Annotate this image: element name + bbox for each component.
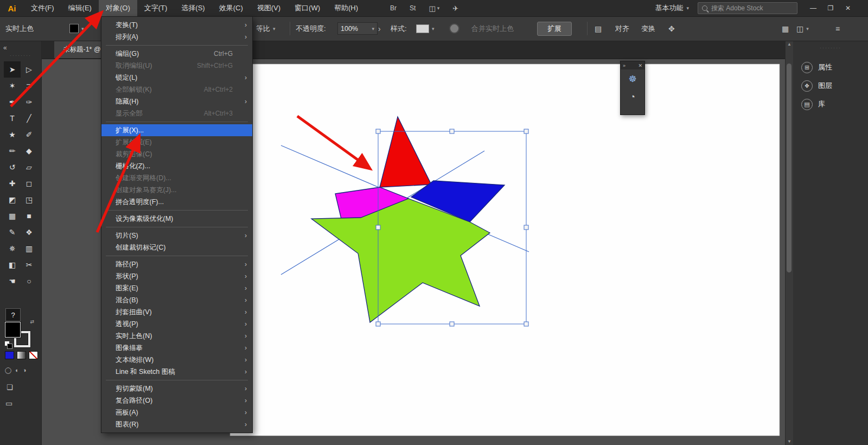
expand-panel-icon[interactable]: » <box>623 63 626 68</box>
screen-mode-icon[interactable]: ❏ <box>7 383 13 391</box>
menubar-item[interactable]: 选择(S) <box>174 0 212 16</box>
menubar-item[interactable]: 视图(V) <box>250 0 288 16</box>
object-menu-item[interactable]: 图表(R)› <box>101 418 252 430</box>
menubar-item[interactable]: 对象(O) <box>99 0 137 16</box>
none-swatch-button[interactable] <box>29 352 37 359</box>
selection-handle[interactable] <box>376 225 380 230</box>
object-menu-item[interactable]: 切片(S)› <box>101 230 252 241</box>
libraries-panel[interactable]: ▤库 <box>793 95 868 113</box>
object-menu-item[interactable]: 路径(P)› <box>101 258 252 270</box>
arrange-documents-button[interactable]: ◫ ▾ <box>429 4 439 12</box>
draw-behind-mode[interactable]: ◐ <box>15 367 19 374</box>
object-menu-item[interactable]: 变换(T)› <box>101 19 252 31</box>
live-paint-bucket-button[interactable]: ☸ <box>621 69 644 88</box>
swap-fill-stroke-icon[interactable]: ⇄ <box>30 319 34 325</box>
shape-builder-tool[interactable]: ◩ <box>4 192 21 208</box>
close-icon[interactable]: ✕ <box>638 63 642 68</box>
panel-dock-dropdown[interactable]: ◫ ▾ <box>796 16 809 41</box>
selection-handle[interactable] <box>376 129 380 134</box>
width-tool[interactable]: ✚ <box>4 175 21 192</box>
close-button[interactable]: ✕ <box>841 0 855 16</box>
zoom-tool[interactable]: ○ <box>21 273 37 289</box>
screen-mode-wide-icon[interactable]: ▭ <box>5 399 12 408</box>
selection-handle[interactable] <box>376 322 380 326</box>
object-menu-item[interactable]: 实时上色(N)› <box>101 330 252 342</box>
menubar-item[interactable]: 效果(C) <box>212 0 250 16</box>
expand-button[interactable]: 扩展 <box>537 16 572 41</box>
bridge-icon[interactable]: Br <box>390 4 397 12</box>
rotate-tool[interactable]: ↺ <box>4 159 21 175</box>
line-segment-tool[interactable]: ╱ <box>21 110 37 126</box>
object-menu-item[interactable]: 图案(E)› <box>101 282 252 294</box>
object-menu-item[interactable]: 编组(G)Ctrl+G <box>101 48 252 60</box>
eyedropper-tool[interactable]: ✎ <box>4 224 21 240</box>
slice-tool[interactable]: ✂ <box>21 257 37 273</box>
object-menu-item[interactable]: 栅格化(Z)... <box>101 160 252 172</box>
menubar-item[interactable]: 编辑(E) <box>61 0 99 16</box>
proportion-dropdown[interactable]: 等比 ▾ <box>256 16 276 41</box>
pen-tool[interactable]: ✒ <box>4 94 21 110</box>
symbol-sprayer-tool[interactable]: ✵ <box>4 240 21 257</box>
scale-tool[interactable]: ▱ <box>21 159 37 175</box>
selection-handle[interactable] <box>524 322 528 326</box>
fill-swatch[interactable] <box>5 322 20 337</box>
fill-color-dropdown[interactable]: ▾ <box>69 16 84 41</box>
blend-tool[interactable]: ❖ <box>21 224 37 240</box>
object-menu-item[interactable]: 隐藏(H)› <box>101 96 252 107</box>
transform-panel-button[interactable]: 变换 <box>641 16 655 41</box>
direct-selection-tool[interactable]: ▷ <box>21 61 37 78</box>
curvature-tool[interactable]: ✑ <box>21 94 37 110</box>
app-logo[interactable]: Ai <box>0 4 24 13</box>
pencil-tool[interactable]: ✏ <box>4 143 21 159</box>
selection-handle[interactable] <box>524 129 528 134</box>
vertical-scrollbar[interactable]: ▲ ▼ <box>785 41 793 445</box>
type-tool[interactable]: T <box>4 110 21 126</box>
menubar-item[interactable]: 文件(F) <box>24 0 61 16</box>
style-dropdown[interactable]: ▾ <box>416 16 435 41</box>
align-panel-button[interactable]: 对齐 <box>615 16 629 41</box>
object-menu-item[interactable]: 混合(B)› <box>101 294 252 306</box>
recolor-artwork-button[interactable] <box>449 16 459 41</box>
object-menu-item[interactable]: 封套扭曲(V)› <box>101 306 252 318</box>
free-transform-tool[interactable]: ◻ <box>21 175 37 192</box>
panel-grip[interactable]: ········ <box>0 53 41 58</box>
object-menu-item[interactable]: Line 和 Sketch 图稿› <box>101 366 252 378</box>
menubar-item[interactable]: 帮助(H) <box>327 0 365 16</box>
magic-wand-tool[interactable]: ✶ <box>4 78 21 94</box>
workspace-grid-icon[interactable]: ▦ <box>782 16 789 41</box>
shape-mode-button[interactable]: ◔ <box>621 88 644 106</box>
draw-normal-mode[interactable]: ◯ <box>5 367 11 374</box>
menubar-item[interactable]: 文字(T) <box>137 0 175 16</box>
default-stroke-swatch[interactable] <box>7 344 12 349</box>
object-menu-item[interactable]: 拼合透明度(F)... <box>101 196 252 208</box>
restore-button[interactable]: ❐ <box>824 0 838 16</box>
artboard-tool[interactable]: ◧ <box>4 257 21 273</box>
panel-grip[interactable]: ········ <box>793 41 868 50</box>
selection-tool[interactable]: ➤ <box>4 61 21 78</box>
draw-inside-mode[interactable]: ◑ <box>23 367 27 374</box>
stock-search-input[interactable]: 搜索 Adobe Stock <box>698 2 797 14</box>
gradient-tool[interactable]: ■ <box>21 208 37 224</box>
menubar-item[interactable]: 窗口(W) <box>288 0 327 16</box>
opacity-panel-arrow[interactable]: › <box>378 16 381 41</box>
scroll-up-icon[interactable]: ▲ <box>786 42 793 47</box>
properties-panel[interactable]: ⊞属性 <box>793 58 868 77</box>
artboard[interactable] <box>230 64 780 436</box>
object-menu-item[interactable]: 透视(P)› <box>101 318 252 330</box>
object-menu-item[interactable]: 锁定(L)› <box>101 72 252 84</box>
object-menu-item[interactable]: 扩展(X)... <box>101 124 252 136</box>
workspace-switcher[interactable]: 基本功能 ▾ <box>655 3 689 13</box>
opacity-input[interactable]: 100% ▾ <box>337 16 378 41</box>
object-menu-item[interactable]: 复合路径(O)› <box>101 395 252 406</box>
object-menu-item[interactable]: 图像描摹› <box>101 342 252 354</box>
stock-icon[interactable]: St <box>410 4 416 12</box>
hand-tool[interactable]: ☚ <box>4 273 21 289</box>
object-menu-item[interactable]: 文本绕排(W)› <box>101 354 252 366</box>
object-menu-item[interactable]: 画板(A)› <box>101 406 252 418</box>
panel-toggle-icon[interactable]: ▤ <box>595 16 602 41</box>
object-menu-item[interactable]: 排列(A)› <box>101 31 252 43</box>
object-menu-item[interactable]: 剪切蒙版(M)› <box>101 383 252 395</box>
minimize-button[interactable]: — <box>806 0 820 16</box>
object-menu-item[interactable]: 创建裁切标记(C) <box>101 241 252 253</box>
collapse-panel-button[interactable]: « <box>3 44 7 52</box>
